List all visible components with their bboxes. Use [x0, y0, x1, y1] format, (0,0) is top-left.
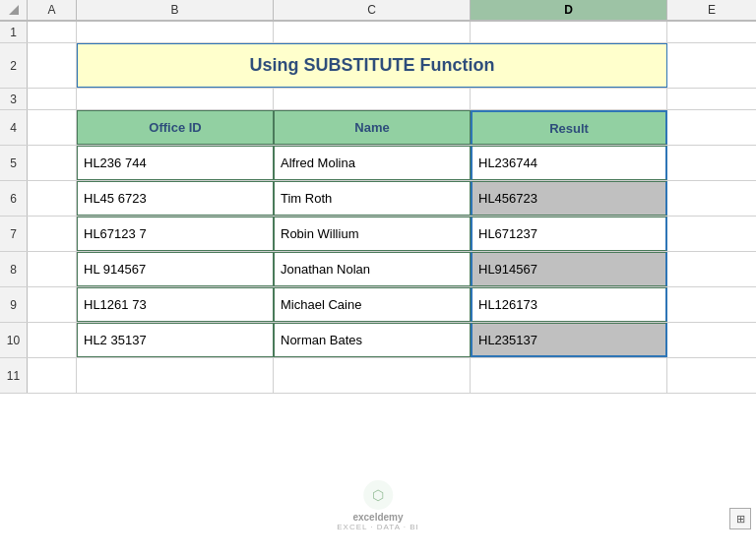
cell-a1[interactable]: [28, 22, 77, 42]
grid-row-10: 10 HL2 35137 Norman Bates HL235137: [0, 323, 756, 358]
cell-a8[interactable]: [28, 252, 77, 286]
grid-row-5: 5 HL236 744 Alfred Molina HL236744: [0, 146, 756, 181]
cell-c6[interactable]: Tim Roth: [274, 181, 471, 216]
grid-row-2: 2 Using SUBSTITUTE Function: [0, 43, 756, 89]
col-header-a[interactable]: A: [28, 0, 77, 21]
grid-row-1: 1: [0, 22, 756, 43]
row-header-11[interactable]: 11: [0, 358, 28, 393]
cell-b9[interactable]: HL1261 73: [77, 287, 274, 322]
cell-d3[interactable]: [471, 89, 667, 109]
table-header-name[interactable]: Name: [274, 110, 471, 145]
cell-b11[interactable]: [77, 358, 274, 393]
grid-row-7: 7 HL67123 7 Robin Willium HL671237: [0, 217, 756, 252]
quick-analysis-button[interactable]: ⊞: [729, 508, 751, 529]
col-header-d[interactable]: D: [471, 0, 667, 21]
cell-c7[interactable]: Robin Willium: [274, 217, 471, 251]
cell-a10[interactable]: [28, 323, 77, 357]
row-header-1[interactable]: 1: [0, 22, 28, 42]
row-header-8[interactable]: 8: [0, 252, 28, 286]
cell-d10[interactable]: HL235137: [471, 323, 667, 357]
row-header-10[interactable]: 10: [0, 323, 28, 357]
cell-c10[interactable]: Norman Bates: [274, 323, 471, 357]
grid-row-11: 11: [0, 358, 756, 394]
cell-b6[interactable]: HL45 6723: [77, 181, 274, 216]
cell-a2[interactable]: [28, 43, 77, 88]
cell-b10[interactable]: HL2 35137: [77, 323, 274, 357]
grid-row-8: 8 HL 914567 Jonathan Nolan HL914567: [0, 252, 756, 287]
cell-b7[interactable]: HL67123 7: [77, 217, 274, 251]
cell-d1[interactable]: [471, 22, 667, 42]
cell-b3[interactable]: [77, 89, 274, 109]
cell-c5[interactable]: Alfred Molina: [274, 146, 471, 180]
cell-d6[interactable]: HL456723: [471, 181, 667, 216]
column-headers-row: A B C D E: [0, 0, 756, 22]
cell-e8[interactable]: [667, 252, 756, 286]
cell-d7[interactable]: HL671237: [471, 217, 667, 251]
cell-a6[interactable]: [28, 181, 77, 216]
cell-c1[interactable]: [274, 22, 471, 42]
watermark-icon: ⬡: [363, 480, 393, 510]
cell-c11[interactable]: [274, 358, 471, 393]
row-header-5[interactable]: 5: [0, 146, 28, 180]
cell-d8[interactable]: HL914567: [471, 252, 667, 286]
col-header-c[interactable]: C: [274, 0, 471, 21]
row-header-3[interactable]: 3: [0, 89, 28, 109]
cell-d11[interactable]: [471, 358, 667, 393]
cell-c8[interactable]: Jonathan Nolan: [274, 252, 471, 286]
cell-e3[interactable]: [667, 89, 756, 109]
cell-a9[interactable]: [28, 287, 77, 322]
row-header-9[interactable]: 9: [0, 287, 28, 322]
row-header-4[interactable]: 4: [0, 110, 28, 145]
cell-a4[interactable]: [28, 110, 77, 145]
cell-e7[interactable]: [667, 217, 756, 251]
cell-b1[interactable]: [77, 22, 274, 42]
grid-row-9: 9 HL1261 73 Michael Caine HL126173: [0, 287, 756, 323]
spreadsheet: A B C D E 1 2 Using SUBSTITUTE Function …: [0, 0, 756, 559]
cell-d9[interactable]: HL126173: [471, 287, 667, 322]
cell-c9[interactable]: Michael Caine: [274, 287, 471, 322]
cell-e11[interactable]: [667, 358, 756, 393]
cell-e10[interactable]: [667, 323, 756, 357]
svg-marker-0: [9, 5, 19, 15]
cell-e6[interactable]: [667, 181, 756, 216]
row-header-2[interactable]: 2: [0, 43, 28, 88]
cell-b8[interactable]: HL 914567: [77, 252, 274, 286]
col-header-b[interactable]: B: [77, 0, 274, 21]
cell-e9[interactable]: [667, 287, 756, 322]
col-header-e[interactable]: E: [667, 0, 756, 21]
cell-e1[interactable]: [667, 22, 756, 42]
cell-a11[interactable]: [28, 358, 77, 393]
watermark: ⬡ exceldemy EXCEL · DATA · BI: [337, 480, 419, 531]
grid-row-4: 4 Office ID Name Result: [0, 110, 756, 146]
cell-a7[interactable]: [28, 217, 77, 251]
grid-body: 1 2 Using SUBSTITUTE Function 3 4: [0, 22, 756, 559]
watermark-text1: exceldemy: [352, 512, 403, 523]
cell-b5[interactable]: HL236 744: [77, 146, 274, 180]
corner-cell[interactable]: [0, 0, 28, 21]
watermark-text2: EXCEL · DATA · BI: [337, 523, 419, 531]
cell-c3[interactable]: [274, 89, 471, 109]
table-header-office-id[interactable]: Office ID: [77, 110, 274, 145]
row-header-7[interactable]: 7: [0, 217, 28, 251]
grid-row-6: 6 HL45 6723 Tim Roth HL456723: [0, 181, 756, 217]
title-cell[interactable]: Using SUBSTITUTE Function: [77, 43, 667, 88]
table-header-result[interactable]: Result: [471, 110, 667, 145]
cell-a3[interactable]: [28, 89, 77, 109]
cell-d5[interactable]: HL236744: [471, 146, 667, 180]
grid-row-3: 3: [0, 89, 756, 110]
cell-e2[interactable]: [667, 43, 756, 88]
cell-e5[interactable]: [667, 146, 756, 180]
cell-e4[interactable]: [667, 110, 756, 145]
cell-a5[interactable]: [28, 146, 77, 180]
row-header-6[interactable]: 6: [0, 181, 28, 216]
